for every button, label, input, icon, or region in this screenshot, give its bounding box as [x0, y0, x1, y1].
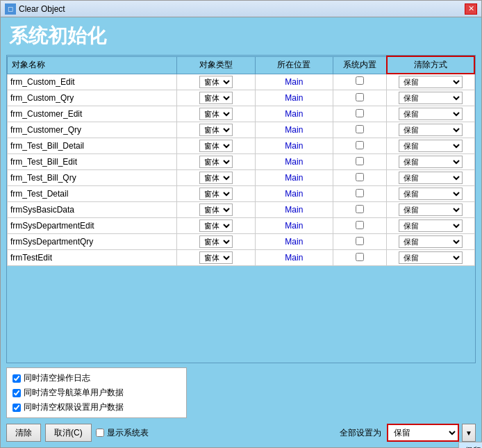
- type-select[interactable]: 窗体: [199, 251, 233, 264]
- row-clear-cell: 保留删除清除所有数据清除用户数据: [387, 154, 474, 170]
- sys-checkbox[interactable]: [356, 157, 364, 165]
- table-row: frmSysBasicData窗体Main保留删除清除所有数据清除用户数据: [8, 202, 475, 218]
- row-location-cell: Main: [255, 202, 333, 218]
- table-row: frm_Customer_Qry窗体Main保留删除清除所有数据清除用户数据: [8, 122, 475, 138]
- row-location-cell: Main: [255, 234, 333, 250]
- type-select[interactable]: 窗体: [199, 204, 233, 216]
- sys-checkbox[interactable]: [356, 237, 364, 245]
- show-sys-label: 显示系统表: [96, 427, 149, 439]
- clear-select[interactable]: 保留删除清除所有数据清除用户数据: [399, 235, 463, 248]
- row-clear-cell: 保留删除清除所有数据清除用户数据: [387, 122, 474, 138]
- dropdown-option-0[interactable]: 保留: [459, 442, 481, 447]
- dropdown-arrow-button[interactable]: ▼: [462, 424, 476, 442]
- col-header-type: 对象类型: [176, 56, 255, 74]
- row-location-cell: Main: [255, 250, 333, 266]
- clear-select[interactable]: 保留删除清除所有数据清除用户数据: [399, 76, 463, 88]
- checkbox-item: 同时清空操作日志: [13, 372, 181, 384]
- option-checkbox-2[interactable]: [13, 404, 21, 412]
- clear-select[interactable]: 保留删除清除所有数据清除用户数据: [399, 108, 463, 120]
- clear-select[interactable]: 保留删除清除所有数据清除用户数据: [399, 188, 463, 200]
- row-name-cell: frmSysBasicData: [8, 202, 177, 218]
- clear-select[interactable]: 保留删除清除所有数据清除用户数据: [399, 140, 463, 152]
- row-clear-cell: 保留删除清除所有数据清除用户数据: [387, 170, 474, 186]
- object-table: 对象名称 对象类型 所在位置 系统内置 清除方式 frm_Custom_Edit…: [7, 56, 475, 266]
- clear-select[interactable]: 保留删除清除所有数据清除用户数据: [399, 92, 463, 104]
- clear-select[interactable]: 保留删除清除所有数据清除用户数据: [399, 124, 463, 136]
- option-label: 同时清空导航菜单用户数据: [24, 387, 124, 399]
- type-select[interactable]: 窗体: [199, 156, 233, 168]
- row-location-cell: Main: [255, 74, 333, 90]
- clear-select[interactable]: 保留删除清除所有数据清除用户数据: [399, 156, 463, 168]
- type-select[interactable]: 窗体: [199, 124, 233, 136]
- row-name-cell: frm_Custom_Edit: [8, 74, 177, 90]
- row-clear-cell: 保留删除清除所有数据清除用户数据: [387, 250, 474, 266]
- sys-checkbox[interactable]: [356, 173, 364, 181]
- clear-select[interactable]: 保留删除清除所有数据清除用户数据: [399, 204, 463, 216]
- show-sys-checkbox[interactable]: [96, 429, 104, 437]
- sys-checkbox[interactable]: [356, 189, 364, 197]
- row-location-cell: Main: [255, 122, 333, 138]
- sys-checkbox[interactable]: [356, 93, 364, 101]
- row-sys-cell: [333, 170, 387, 186]
- row-location-cell: Main: [255, 154, 333, 170]
- row-clear-cell: 保留删除清除所有数据清除用户数据: [387, 186, 474, 202]
- sys-checkbox[interactable]: [356, 125, 364, 133]
- type-select[interactable]: 窗体: [199, 76, 233, 88]
- cancel-button[interactable]: 取消(C): [45, 424, 92, 442]
- sys-checkbox[interactable]: [356, 76, 364, 85]
- type-select[interactable]: 窗体: [199, 219, 233, 232]
- row-sys-cell: [333, 234, 387, 250]
- clear-select[interactable]: 保留删除清除所有数据清除用户数据: [399, 172, 463, 184]
- row-type-cell: 窗体: [176, 122, 255, 138]
- type-select[interactable]: 窗体: [199, 140, 233, 152]
- table-row: frm_Test_Bill_Edit窗体Main保留删除清除所有数据清除用户数据: [8, 154, 475, 170]
- set-all-label: 全部设置为: [340, 427, 381, 439]
- sys-checkbox[interactable]: [356, 221, 364, 229]
- row-clear-cell: 保留删除清除所有数据清除用户数据: [387, 90, 474, 106]
- action-bar: 清除 取消(C) 显示系统表 全部设置为 保留删除清除所有数据清除用户数据 ▼: [6, 424, 476, 442]
- row-type-cell: 窗体: [176, 218, 255, 234]
- row-clear-cell: 保留删除清除所有数据清除用户数据: [387, 74, 474, 90]
- type-select[interactable]: 窗体: [199, 108, 233, 120]
- row-clear-cell: 保留删除清除所有数据清除用户数据: [387, 218, 474, 234]
- sys-checkbox[interactable]: [356, 205, 364, 213]
- clear-select[interactable]: 保留删除清除所有数据清除用户数据: [399, 251, 463, 264]
- set-all-dropdown-container: 保留删除清除所有数据清除用户数据: [387, 424, 459, 442]
- row-sys-cell: [333, 106, 387, 122]
- row-name-cell: frmTestEdit: [8, 250, 177, 266]
- row-type-cell: 窗体: [176, 74, 255, 90]
- set-all-wrapper: 全部设置为 保留删除清除所有数据清除用户数据 ▼: [340, 424, 476, 442]
- type-select[interactable]: 窗体: [199, 172, 233, 184]
- row-location-cell: Main: [255, 106, 333, 122]
- page-title: 系统初始化: [6, 23, 476, 49]
- title-bar: ◻ Clear Object ✕: [1, 1, 481, 17]
- row-sys-cell: [333, 154, 387, 170]
- row-clear-cell: 保留删除清除所有数据清除用户数据: [387, 138, 474, 154]
- row-clear-cell: 保留删除清除所有数据清除用户数据: [387, 234, 474, 250]
- sys-checkbox[interactable]: [356, 253, 364, 261]
- option-checkbox-0[interactable]: [13, 374, 21, 383]
- type-select[interactable]: 窗体: [199, 188, 233, 200]
- sys-checkbox[interactable]: [356, 141, 364, 149]
- option-checkbox-1[interactable]: [13, 389, 21, 397]
- sys-checkbox[interactable]: [356, 109, 364, 117]
- type-select[interactable]: 窗体: [199, 235, 233, 248]
- row-name-cell: frmSysDepartmentQry: [8, 234, 177, 250]
- close-button[interactable]: ✕: [465, 3, 477, 15]
- set-all-select[interactable]: 保留删除清除所有数据清除用户数据: [387, 424, 459, 442]
- table-row: frm_Test_Bill_Qry窗体Main保留删除清除所有数据清除用户数据: [8, 170, 475, 186]
- table-row: frm_Customer_Edit窗体Main保留删除清除所有数据清除用户数据: [8, 106, 475, 122]
- type-select[interactable]: 窗体: [199, 92, 233, 104]
- clear-button[interactable]: 清除: [6, 424, 41, 442]
- row-location-cell: Main: [255, 218, 333, 234]
- row-location-cell: Main: [255, 90, 333, 106]
- row-type-cell: 窗体: [176, 106, 255, 122]
- row-type-cell: 窗体: [176, 170, 255, 186]
- row-name-cell: frm_Test_Bill_Qry: [8, 170, 177, 186]
- option-label: 同时清空操作日志: [24, 372, 90, 384]
- clear-select[interactable]: 保留删除清除所有数据清除用户数据: [399, 219, 463, 232]
- table-row: frm_Test_Bill_Detail窗体Main保留删除清除所有数据清除用户…: [8, 138, 475, 154]
- title-bar-text: Clear Object: [19, 4, 465, 14]
- table-row: frm_Custom_Edit窗体Main保留删除清除所有数据清除用户数据: [8, 74, 475, 90]
- row-sys-cell: [333, 186, 387, 202]
